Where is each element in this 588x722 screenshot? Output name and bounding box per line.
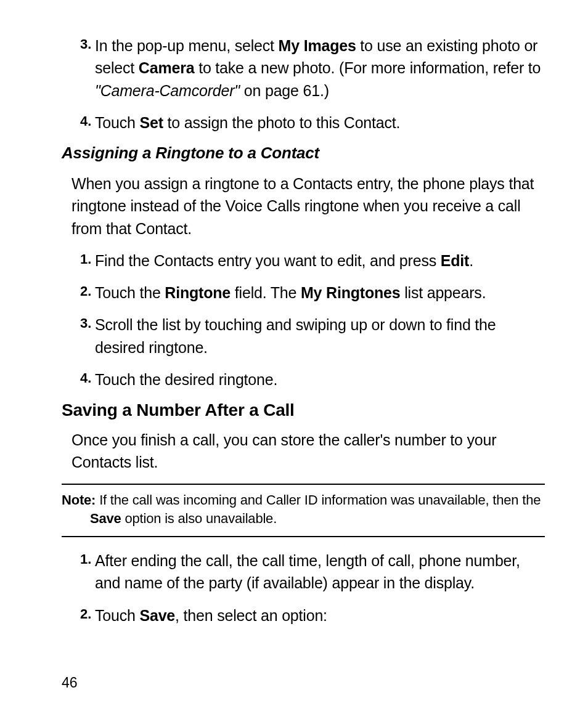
list-number: 2. — [62, 604, 95, 627]
list-item: 4. Touch the desired ringtone. — [62, 368, 545, 391]
list-item: 3. Scroll the list by touching and swipi… — [62, 314, 545, 359]
list-number: 4. — [62, 112, 95, 134]
list-text: Touch Set to assign the photo to this Co… — [95, 112, 545, 134]
subsection-heading-ringtone: Assigning a Ringtone to a Contact — [62, 144, 545, 163]
list-item: 4. Touch Set to assign the photo to this… — [62, 112, 545, 134]
list-number: 4. — [62, 368, 95, 391]
paragraph: When you assign a ringtone to a Contacts… — [71, 172, 545, 240]
list-number: 2. — [62, 282, 95, 304]
list-text: In the pop-up menu, select My Images to … — [95, 34, 545, 102]
list-item: 1. Find the Contacts entry you want to e… — [62, 249, 545, 272]
list-text: Touch the Ringtone field. The My Rington… — [95, 282, 545, 304]
list-number: 1. — [62, 249, 95, 272]
list-number: 3. — [62, 34, 95, 102]
note-block: Note: If the call was incoming and Calle… — [62, 484, 545, 538]
list-text: Touch Save, then select an option: — [95, 604, 545, 627]
list-item: 1. After ending the call, the call time,… — [62, 550, 545, 594]
list-text: Find the Contacts entry you want to edit… — [95, 249, 545, 272]
list-number: 3. — [62, 314, 95, 359]
list-text: Scroll the list by touching and swiping … — [95, 314, 545, 359]
list-text: After ending the call, the call time, le… — [95, 550, 545, 594]
list-item: 2. Touch the Ringtone field. The My Ring… — [62, 282, 545, 304]
list-number: 1. — [62, 550, 95, 594]
section-heading-saving: Saving a Number After a Call — [62, 400, 545, 420]
list-item: 2. Touch Save, then select an option: — [62, 604, 545, 627]
list-item: 3. In the pop-up menu, select My Images … — [62, 34, 545, 102]
paragraph: Once you finish a call, you can store th… — [71, 429, 545, 474]
page-number: 46 — [62, 675, 78, 691]
list-text: Touch the desired ringtone. — [95, 368, 545, 391]
note-text: Note: If the call was incoming and Calle… — [62, 491, 545, 529]
